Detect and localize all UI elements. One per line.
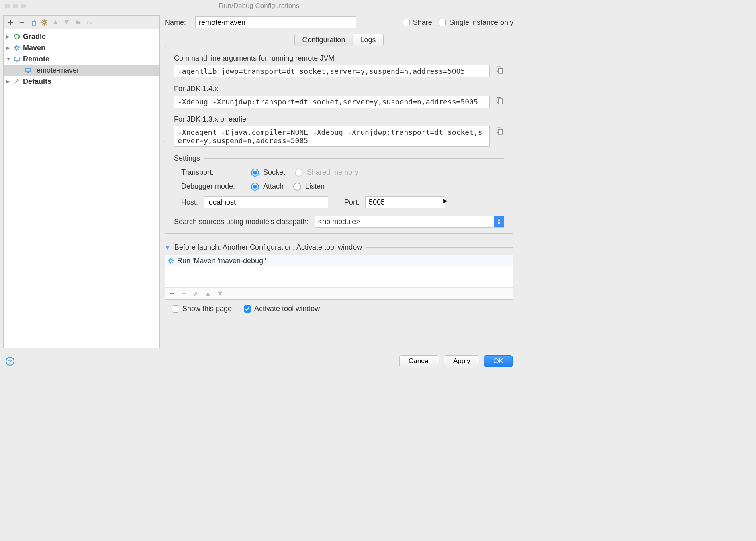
copy-icon[interactable] (495, 127, 504, 136)
dialog-button-bar: ? Cancel Apply OK (0, 352, 518, 371)
transport-socket-radio[interactable]: Socket (251, 168, 285, 177)
svg-rect-13 (499, 68, 503, 73)
gear-icon (168, 258, 174, 264)
host-input[interactable] (204, 196, 328, 208)
single-instance-label: Single instance only (449, 18, 513, 27)
svg-rect-0 (20, 22, 24, 23)
svg-point-4 (14, 34, 19, 39)
edit-defaults-icon[interactable] (41, 19, 48, 26)
expand-arrow-icon[interactable]: ▶ (6, 34, 11, 39)
expand-arrow-icon[interactable]: ▶ (6, 45, 11, 51)
activate-tool-window-label: Activate tool window (254, 305, 320, 313)
apply-button[interactable]: Apply (444, 355, 480, 367)
folder-icon (74, 19, 82, 26)
before-launch-item-label: Run 'Maven 'maven-debug'' (177, 257, 266, 265)
configuration-editor: Name: Share Single instance only Configu… (160, 12, 518, 352)
tree-label: remote-maven (34, 66, 81, 75)
copy-config-icon[interactable] (29, 19, 37, 26)
before-launch-item[interactable]: Run 'Maven 'maven-debug'' (165, 255, 513, 266)
jdk13-label: For JDK 1.3.x or earlier (174, 115, 504, 124)
svg-point-11 (27, 69, 27, 69)
before-launch-list: Run 'Maven 'maven-debug'' ▲ ▼ (165, 255, 513, 300)
ok-button[interactable]: OK (484, 355, 513, 367)
remote-icon (13, 55, 20, 63)
copy-icon[interactable] (495, 66, 504, 75)
jdk14-label: For JDK 1.4.x (174, 85, 504, 93)
jdk14-value[interactable]: -Xdebug -Xrunjdwp:transport=dt_socket,se… (174, 96, 490, 108)
module-classpath-combo[interactable]: <no module> ▲▼ (315, 216, 504, 228)
show-this-page-label: Show this page (182, 305, 232, 313)
tree-label: Remote (23, 55, 49, 63)
remote-icon (25, 67, 32, 74)
host-label: Host: (181, 198, 198, 207)
svg-point-3 (43, 21, 46, 24)
list-toolbar: ▲ ▼ ↓ᵃz (4, 16, 159, 29)
name-label: Name: (165, 18, 189, 27)
help-icon[interactable]: ? (6, 357, 14, 366)
tree-item-maven[interactable]: ▶ Maven (4, 42, 159, 53)
tree-item-remote[interactable]: ▼ Remote (4, 53, 159, 65)
add-task-icon[interactable] (168, 290, 176, 297)
search-sources-label: Search sources using module's classpath: (174, 218, 309, 226)
cmdline-value[interactable]: -agentlib:jdwp=transport=dt_socket,serve… (174, 65, 490, 77)
single-instance-checkbox[interactable]: Single instance only (439, 18, 513, 27)
remove-task-icon (180, 290, 188, 297)
move-down-icon: ▼ (63, 19, 70, 26)
gradle-icon (13, 33, 20, 40)
tree-label: Gradle (23, 33, 46, 41)
move-task-down-icon: ▼ (217, 290, 224, 297)
show-this-page-checkbox[interactable]: Show this page (172, 305, 232, 313)
section-collapse-icon[interactable]: ▼ (165, 244, 170, 251)
svg-rect-19 (182, 293, 186, 294)
svg-rect-15 (499, 99, 503, 104)
edit-task-icon (192, 290, 200, 297)
debugger-mode-label: Debugger mode: (181, 182, 241, 191)
config-tabs: Configuration Logs (294, 34, 383, 46)
wrench-icon (13, 78, 20, 85)
before-launch-heading: Before launch: Another Configuration, Ac… (174, 243, 362, 252)
activate-tool-window-checkbox[interactable]: Activate tool window (244, 305, 320, 313)
share-checkbox[interactable]: Share (403, 18, 432, 27)
window-title: Run/Debug Configurations (0, 2, 518, 10)
tree-label: Maven (23, 44, 45, 52)
configurations-tree[interactable]: ▶ Gradle ▶ Maven ▼ Remote remote-maven ▶ (4, 29, 159, 348)
collapse-arrow-icon[interactable]: ▼ (6, 56, 11, 62)
svg-point-18 (170, 260, 172, 262)
sort-az-icon: ↓ᵃz (86, 19, 93, 26)
name-input[interactable] (195, 16, 356, 28)
share-label: Share (413, 18, 432, 27)
transport-shared-radio: Shared memory (295, 168, 358, 177)
tree-item-gradle[interactable]: ▶ Gradle (4, 31, 159, 42)
before-launch-toolbar: ▲ ▼ (165, 287, 513, 299)
maven-icon (13, 44, 20, 51)
jdk13-value[interactable]: -Xnoagent -Djava.compiler=NONE -Xdebug -… (174, 126, 490, 147)
configurations-list-panel: ▲ ▼ ↓ᵃz ▶ Gradle ▶ Maven ▼ Remote (3, 15, 160, 348)
port-label: Port: (344, 198, 360, 207)
tree-item-remote-maven[interactable]: remote-maven (4, 65, 159, 76)
tree-item-defaults[interactable]: ▶ Defaults (4, 76, 159, 87)
svg-rect-7 (16, 61, 18, 62)
add-config-icon[interactable] (7, 19, 14, 26)
titlebar: Run/Debug Configurations (0, 0, 518, 12)
svg-point-8 (15, 57, 16, 58)
expand-arrow-icon[interactable]: ▶ (6, 79, 11, 84)
svg-point-5 (16, 47, 18, 49)
copy-icon[interactable] (495, 96, 504, 105)
tab-logs[interactable]: Logs (353, 34, 383, 46)
tree-label: Defaults (23, 77, 51, 86)
combo-arrow-icon: ▲▼ (494, 216, 504, 227)
cmdline-label: Command line arguments for running remot… (174, 54, 504, 63)
move-task-up-icon: ▲ (204, 290, 212, 297)
debugger-listen-radio[interactable]: Listen (293, 182, 325, 191)
svg-rect-17 (499, 129, 503, 134)
remove-config-icon[interactable] (18, 19, 25, 26)
transport-label: Transport: (181, 168, 241, 177)
panel-grip-icon[interactable]: ⋮ (163, 136, 165, 147)
svg-rect-2 (32, 21, 35, 25)
port-input[interactable] (365, 196, 445, 208)
debugger-attach-radio[interactable]: Attach (251, 182, 284, 191)
cancel-button[interactable]: Cancel (399, 355, 439, 367)
tab-configuration[interactable]: Configuration (295, 34, 352, 46)
combo-value: <no module> (315, 216, 494, 227)
configuration-tab-body: ⋮ Command line arguments for running rem… (165, 46, 513, 234)
